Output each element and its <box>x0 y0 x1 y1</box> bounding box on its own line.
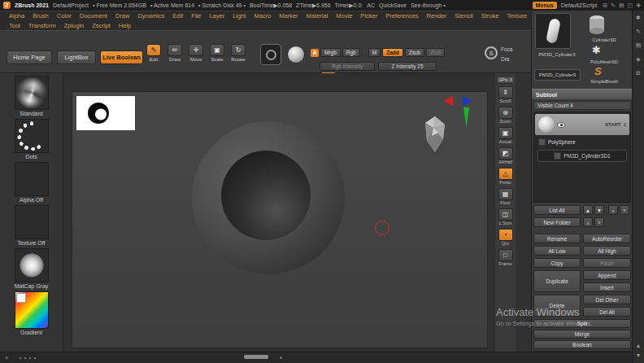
menu-item[interactable]: Material <box>302 12 333 20</box>
paste-button[interactable]: Paste <box>583 258 631 268</box>
right-shelf-icon[interactable]: □ <box>498 249 513 261</box>
simplebrush-icon[interactable]: S <box>594 65 602 77</box>
subtool-up-alt-button[interactable]: ▲ <box>608 205 618 215</box>
left-shelf-item[interactable]: Dots <box>15 119 49 160</box>
mode-icon[interactable]: ✛ <box>189 44 203 56</box>
visible-count-slider[interactable]: Visible Count 4 <box>533 101 631 110</box>
merge-button[interactable]: Merge <box>533 330 631 339</box>
left-shelf-thumbnail[interactable] <box>15 162 49 196</box>
right-shelf-icon[interactable]: ⊕ <box>498 107 513 119</box>
right-shelf-icon[interactable]: ⇕ <box>498 86 513 98</box>
subtool-item[interactable]: PolySphere <box>535 137 629 147</box>
titlebar-icon[interactable]: ✥ <box>636 2 641 9</box>
left-shelf-thumbnail[interactable] <box>15 119 49 153</box>
all-low-button[interactable]: All Low <box>533 246 581 256</box>
titlebar-icon[interactable]: ◫ <box>628 2 633 9</box>
torus-model[interactable] <box>187 116 350 279</box>
left-shelf-item[interactable]: Texture Off <box>15 205 49 247</box>
paint-mode-button[interactable]: M <box>368 48 381 57</box>
paint-mode-button[interactable]: Zcut <box>426 48 445 57</box>
menu-item[interactable]: Zscript <box>88 22 115 29</box>
list-all-button[interactable]: List All <box>533 205 581 215</box>
subtool-up-button[interactable]: ▲ <box>583 205 593 215</box>
menus-button[interactable]: Menus <box>533 2 557 9</box>
right-shelf-item[interactable]: ⊕ Zoom <box>498 107 513 125</box>
right-shelf-item[interactable]: ◔ Qrz <box>498 229 513 247</box>
menu-item[interactable]: File <box>187 12 205 20</box>
live-boolean-button[interactable]: Live Boolean <box>100 50 143 64</box>
titlebar-icon[interactable]: ⊞ <box>603 2 607 9</box>
mode-icon[interactable]: ✎ <box>146 44 161 56</box>
home-page-button[interactable]: Home Page <box>7 50 52 64</box>
edge-bar-icon[interactable]: ⊞ <box>636 70 641 77</box>
right-shelf-icon[interactable]: ◩ <box>498 147 513 160</box>
subtool-item[interactable]: PM3D_Cylinder3D1 <box>537 150 627 162</box>
menu-item[interactable]: Stencil <box>450 12 477 20</box>
mode-icon[interactable]: ▣ <box>210 44 224 56</box>
menu-item[interactable]: Edit <box>168 12 187 20</box>
current-brush-button[interactable] <box>260 44 281 65</box>
menu-item[interactable]: Stroke <box>477 12 503 20</box>
folder-up-button[interactable]: ▲ <box>583 217 593 227</box>
menu-item[interactable]: Document <box>76 12 111 20</box>
cylinder3d-icon[interactable] <box>587 14 607 37</box>
menu-item[interactable]: Marker <box>275 12 302 20</box>
edge-bar-icon[interactable]: ✎ <box>636 28 641 35</box>
paint-mode-button[interactable]: Mrgb <box>320 48 341 57</box>
edge-bar-icon[interactable]: ◈ <box>636 56 640 63</box>
horizontal-scrollbar[interactable] <box>244 355 268 359</box>
all-high-button[interactable]: All High <box>583 246 631 256</box>
left-shelf-thumbnail[interactable] <box>15 76 49 110</box>
z-intensity-slider[interactable]: Z Intensity 25 <box>378 62 437 71</box>
document-canvas[interactable] <box>72 91 488 348</box>
current-material-button[interactable] <box>287 46 305 63</box>
mode-button[interactable]: ✏ Draw <box>168 44 182 62</box>
menu-item[interactable]: Texture <box>503 12 531 20</box>
paint-mode-button[interactable]: Zadd <box>382 48 403 57</box>
delete-button[interactable]: Delete <box>533 295 581 317</box>
mode-icon[interactable]: ✏ <box>168 44 182 56</box>
left-shelf-thumbnail[interactable] <box>15 205 49 239</box>
del-other-button[interactable]: Del Other <box>583 295 631 304</box>
edge-bar-arrow-icon[interactable]: ▲ <box>636 343 642 348</box>
titlebar-icon[interactable]: ▤ <box>619 2 624 9</box>
polymesh3d-icon[interactable]: ✱ <box>592 44 601 56</box>
insert-button[interactable]: Insert <box>583 282 631 292</box>
menu-item[interactable]: Movie <box>332 12 356 20</box>
right-shelf-item[interactable]: ▣ Actual <box>498 127 513 145</box>
edge-bar-icon[interactable]: ▤ <box>636 42 642 49</box>
menu-item[interactable]: Tool <box>5 22 24 29</box>
focal-shift-icon[interactable]: S <box>485 46 498 59</box>
right-shelf-item[interactable]: ▦ Floor <box>498 188 513 206</box>
left-shelf-item[interactable]: Gradient <box>15 291 49 336</box>
subtool-item-selected[interactable]: START 2 <box>535 114 629 135</box>
edge-bar-arrow-icon[interactable]: ▼ <box>636 352 642 358</box>
subtool-down-alt-button[interactable]: ▼ <box>620 205 629 215</box>
right-shelf-icon[interactable]: ▣ <box>498 127 513 139</box>
menu-item[interactable]: Color <box>53 12 76 20</box>
right-shelf-item[interactable]: ◫ L.Sym <box>498 208 513 226</box>
paint-mode-button[interactable]: Rgb <box>342 48 360 57</box>
rename-button[interactable]: Rename <box>533 234 581 243</box>
left-shelf-thumbnail[interactable] <box>15 291 49 329</box>
menu-item[interactable]: Macro <box>250 12 275 20</box>
menu-item[interactable]: Render <box>423 12 451 20</box>
folder-down-button[interactable]: ▼ <box>594 217 604 227</box>
mode-button[interactable]: ✛ Move <box>189 44 203 62</box>
spix-slider[interactable]: SPix 3 <box>496 76 515 84</box>
menu-item[interactable]: Picker <box>356 12 381 20</box>
right-shelf-icon[interactable]: △ <box>498 168 513 180</box>
eye-icon[interactable] <box>557 122 565 128</box>
left-shelf-thumbnail[interactable] <box>15 248 49 282</box>
edge-bar-icon[interactable]: ✱ <box>636 15 641 21</box>
copy-button[interactable]: Copy <box>533 258 581 268</box>
subtool-down-button[interactable]: ▼ <box>594 205 604 215</box>
right-shelf-item[interactable]: ◩ AAHalf <box>498 147 513 165</box>
right-shelf-icon[interactable]: ◔ <box>498 229 513 241</box>
right-shelf-icon[interactable]: ▦ <box>498 188 513 200</box>
autoreorder-button[interactable]: AutoReorder <box>583 234 631 243</box>
mode-button[interactable]: ▣ Scale <box>210 44 224 62</box>
boolean-button[interactable]: Boolean <box>533 340 631 349</box>
menu-item[interactable]: Transform <box>24 22 60 29</box>
menu-item[interactable]: Brush <box>28 12 53 20</box>
